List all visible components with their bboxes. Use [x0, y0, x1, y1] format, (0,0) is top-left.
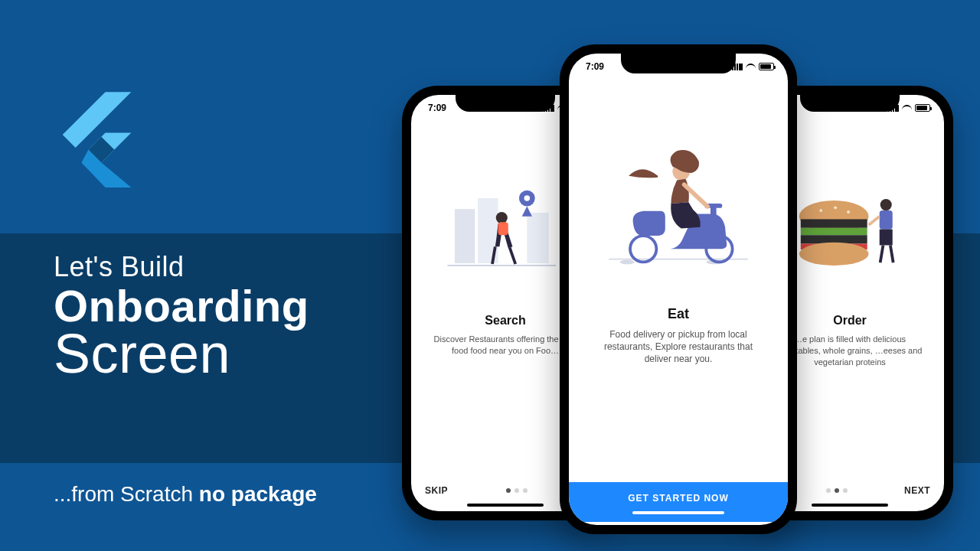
flutter-logo-icon: [54, 88, 153, 191]
svg-line-26: [880, 246, 884, 263]
dot-2: [514, 488, 519, 493]
wifi-icon: [746, 64, 756, 70]
svg-point-9: [524, 196, 531, 202]
dot-2: [835, 488, 839, 493]
svg-line-28: [869, 217, 880, 225]
onboarding-illustration-eat: [598, 138, 759, 283]
battery-icon: [915, 104, 930, 112]
svg-rect-34: [710, 207, 717, 221]
svg-rect-16: [801, 228, 867, 235]
svg-rect-24: [880, 211, 893, 230]
svg-point-32: [630, 236, 656, 262]
svg-point-21: [834, 207, 837, 210]
subtitle-prefix: ...from Scratch: [54, 482, 199, 506]
svg-rect-6: [527, 213, 548, 263]
dot-3: [843, 488, 848, 493]
battery-icon: [759, 63, 774, 70]
svg-point-19: [799, 243, 869, 266]
page-dots: [826, 488, 848, 493]
onboarding-description: Food delivery or pickup from local resta…: [581, 328, 776, 366]
svg-rect-15: [801, 220, 867, 228]
svg-point-20: [819, 210, 822, 213]
get-started-button[interactable]: GET STARTED NOW: [569, 482, 788, 522]
phone-notch: [621, 54, 736, 73]
svg-point-30: [620, 260, 635, 265]
page-dots: [506, 488, 528, 493]
svg-rect-11: [498, 223, 508, 236]
svg-point-10: [496, 212, 508, 223]
headline-line-1: Let's Build: [54, 253, 309, 282]
dot-1: [506, 488, 511, 493]
phone-notch: [800, 95, 900, 112]
status-time: 7:09: [586, 61, 604, 72]
phone-mockups: 7:09: [402, 44, 953, 542]
wifi-icon: [902, 105, 912, 112]
onboarding-title: Search: [485, 314, 525, 328]
onboarding-title: Order: [833, 314, 867, 328]
skip-button[interactable]: SKIP: [425, 485, 448, 496]
home-indicator: [467, 504, 544, 507]
onboarding-illustration-order: [785, 170, 915, 292]
onboarding-illustration-search: [440, 170, 570, 292]
svg-point-23: [880, 199, 892, 210]
status-time: 7:09: [428, 103, 446, 113]
svg-line-13: [510, 248, 516, 265]
svg-point-22: [847, 211, 850, 214]
svg-line-27: [890, 246, 893, 263]
headline-line-3: Screen: [54, 325, 309, 383]
svg-rect-4: [455, 210, 475, 264]
headline-text: Let's Build Onboarding Screen: [54, 253, 309, 383]
phone-notch: [456, 95, 555, 112]
home-indicator: [632, 511, 724, 514]
home-indicator: [812, 504, 888, 507]
svg-rect-25: [880, 230, 893, 246]
subtitle-bold: no package: [199, 482, 317, 506]
onboarding-title: Eat: [668, 306, 689, 322]
subtitle: ...from Scratch no package: [54, 482, 317, 507]
phone-center: 7:09: [560, 44, 797, 534]
dot-1: [826, 488, 831, 493]
next-button[interactable]: NEXT: [904, 485, 930, 496]
dot-3: [523, 488, 528, 493]
